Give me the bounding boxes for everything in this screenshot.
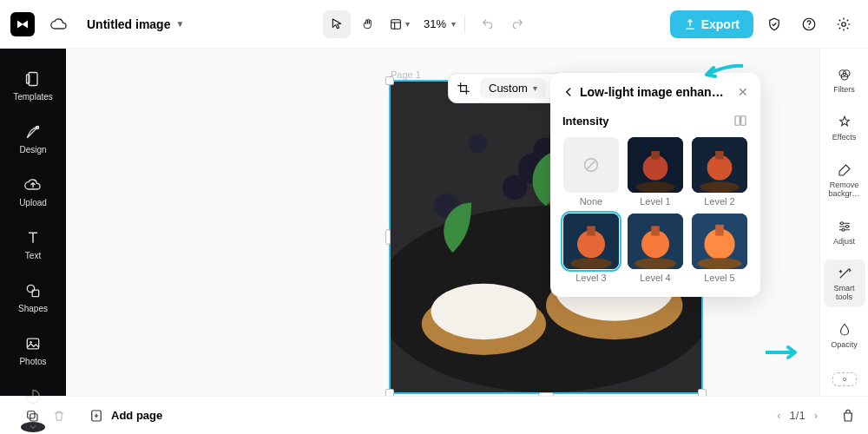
next-page-button[interactable]: › bbox=[814, 409, 818, 422]
sidebar-item-label: Photos bbox=[19, 357, 46, 366]
effects-icon bbox=[836, 114, 853, 131]
left-sidebar: Templates Design Upload Text Shapes Phot… bbox=[0, 49, 66, 396]
undo-button[interactable] bbox=[474, 10, 502, 38]
add-page-button[interactable]: Add page bbox=[89, 408, 162, 424]
document-title-dropdown[interactable]: Untitled image ▼ bbox=[87, 17, 184, 31]
rail-label: Smart tools bbox=[825, 285, 864, 302]
rail-item-effects[interactable]: Effects bbox=[824, 108, 865, 148]
layout-tool-button[interactable]: ▾ bbox=[385, 10, 413, 38]
rail-item-adjust[interactable]: Adjust bbox=[824, 213, 865, 252]
sidebar-item-photos[interactable]: Photos bbox=[0, 329, 66, 372]
sidebar-item-more[interactable] bbox=[0, 382, 66, 411]
panel-back-button[interactable] bbox=[562, 86, 575, 98]
intensity-option-level5[interactable]: Level 5 bbox=[691, 214, 748, 283]
hand-tool-button[interactable] bbox=[354, 10, 382, 38]
shapes-icon bbox=[23, 281, 43, 300]
panel-close-button[interactable]: ✕ bbox=[738, 85, 748, 99]
upload-icon bbox=[23, 175, 43, 194]
intensity-option-level2[interactable]: Level 2 bbox=[691, 137, 748, 207]
crop-aspect-dropdown[interactable]: Custom ▾ bbox=[480, 78, 546, 98]
crop-icon[interactable] bbox=[456, 81, 471, 96]
delete-button[interactable] bbox=[52, 409, 66, 423]
rail-item-remove-bg[interactable]: Remove backgr… bbox=[824, 156, 865, 204]
svg-point-2 bbox=[808, 27, 810, 29]
zoom-dropdown[interactable]: 31% ▾ bbox=[424, 17, 456, 30]
compare-icon bbox=[733, 113, 748, 128]
svg-rect-46 bbox=[651, 226, 660, 235]
svg-point-14 bbox=[431, 284, 537, 339]
hand-icon bbox=[361, 17, 375, 31]
intensity-option-none[interactable]: None bbox=[562, 137, 620, 207]
thumb-label: Level 3 bbox=[575, 273, 606, 283]
cloud-sync-button[interactable] bbox=[45, 10, 73, 38]
resize-handle-tl[interactable] bbox=[385, 76, 394, 85]
rail-item-filters[interactable]: Filters bbox=[824, 61, 865, 100]
export-label: Export bbox=[701, 17, 740, 31]
layout-icon bbox=[389, 17, 403, 31]
redo-icon bbox=[510, 17, 524, 31]
intensity-option-level3[interactable]: Level 3 bbox=[562, 214, 620, 283]
intensity-option-level1[interactable]: Level 1 bbox=[627, 137, 684, 207]
chevron-down-icon: ▾ bbox=[451, 19, 456, 29]
panel-section-label: Intensity bbox=[562, 115, 608, 128]
svg-point-7 bbox=[27, 285, 34, 292]
app-logo[interactable] bbox=[10, 12, 35, 36]
resize-handle-bl[interactable] bbox=[385, 389, 394, 396]
panel-header: Low-light image enhan… ✕ bbox=[562, 85, 748, 99]
adjust-icon bbox=[836, 218, 853, 235]
sidebar-item-label: Shapes bbox=[18, 304, 48, 313]
svg-point-56 bbox=[845, 225, 848, 227]
canvas-area[interactable]: Page 1 bbox=[66, 49, 819, 396]
page-indicator: 1/1 bbox=[790, 409, 806, 422]
svg-rect-38 bbox=[715, 151, 724, 160]
thumb-label: Level 4 bbox=[640, 273, 670, 283]
rail-label: Adjust bbox=[833, 238, 855, 247]
sidebar-item-label: Templates bbox=[13, 92, 53, 102]
top-bar: Untitled image ▼ ▾ 31% ▾ bbox=[0, 0, 868, 49]
svg-rect-60 bbox=[30, 413, 37, 420]
capcut-logo-icon bbox=[15, 16, 30, 32]
templates-icon bbox=[23, 69, 43, 89]
resize-handle-br[interactable] bbox=[698, 389, 707, 396]
prev-page-button[interactable]: ‹ bbox=[777, 409, 780, 422]
export-button[interactable]: Export bbox=[670, 10, 753, 38]
sidebar-item-shapes[interactable]: Shapes bbox=[0, 276, 66, 319]
rail-label: Opacity bbox=[831, 341, 858, 350]
pie-icon bbox=[23, 387, 43, 406]
compare-button[interactable] bbox=[733, 113, 748, 128]
divider bbox=[464, 16, 465, 33]
bottom-bar: Add page ‹ 1/1 › bbox=[0, 396, 868, 434]
select-tool-button[interactable] bbox=[323, 10, 351, 38]
sidebar-item-templates[interactable]: Templates bbox=[0, 64, 66, 107]
rail-item-smart-tools[interactable]: Smart tools bbox=[824, 260, 865, 307]
sidebar-item-design[interactable]: Design bbox=[0, 117, 66, 160]
main-body: Templates Design Upload Text Shapes Phot… bbox=[0, 49, 868, 396]
shield-button[interactable] bbox=[760, 10, 788, 38]
rail-item-opacity[interactable]: Opacity bbox=[824, 316, 865, 355]
filters-icon bbox=[836, 66, 853, 83]
rail-label: Remove backgr… bbox=[825, 181, 864, 199]
none-icon bbox=[582, 155, 601, 174]
settings-button[interactable] bbox=[830, 10, 858, 38]
bag-icon bbox=[840, 408, 856, 424]
sidebar-item-upload[interactable]: Upload bbox=[0, 170, 66, 213]
intensity-option-level4[interactable]: Level 4 bbox=[627, 214, 684, 283]
shopping-button[interactable] bbox=[840, 408, 856, 424]
crop-aspect-value: Custom bbox=[489, 82, 528, 95]
svg-point-47 bbox=[635, 258, 676, 269]
add-page-label: Add page bbox=[111, 409, 162, 422]
rail-crop-button[interactable] bbox=[832, 372, 857, 386]
help-button[interactable] bbox=[795, 10, 823, 38]
eraser-icon bbox=[836, 161, 853, 179]
page-pager: ‹ 1/1 › bbox=[777, 409, 818, 422]
text-icon bbox=[23, 228, 43, 247]
resize-handle-ml[interactable] bbox=[385, 229, 391, 245]
sidebar-item-text[interactable]: Text bbox=[0, 223, 66, 266]
thumb-label: Level 5 bbox=[704, 273, 734, 283]
redo-button[interactable] bbox=[503, 10, 531, 38]
svg-point-57 bbox=[842, 228, 845, 231]
svg-point-39 bbox=[700, 181, 740, 193]
svg-point-43 bbox=[570, 258, 612, 269]
resize-handle-mb[interactable] bbox=[538, 392, 554, 396]
sidebar-item-label: Text bbox=[25, 251, 41, 260]
